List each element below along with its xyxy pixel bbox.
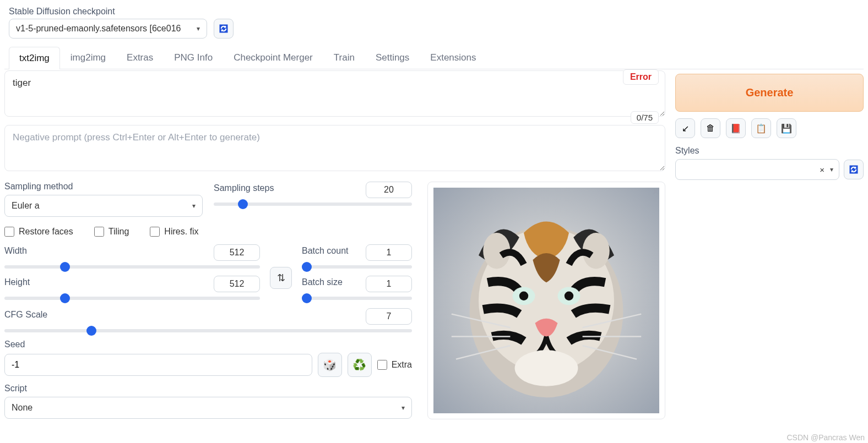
clear-icon[interactable]: ×	[820, 165, 824, 174]
dice-icon: 🎲	[323, 358, 337, 371]
batch-count-label: Batch count	[302, 246, 349, 256]
sampling-method-value: Euler a	[12, 201, 40, 211]
sampling-steps-value[interactable]: 20	[366, 182, 412, 198]
refresh-checkpoint-button[interactable]	[214, 19, 234, 39]
clipboard-icon: 📋	[756, 123, 767, 134]
chevron-down-icon: ▾	[830, 166, 833, 173]
swap-icon: ⇅	[277, 272, 285, 284]
height-label: Height	[4, 277, 30, 287]
reuse-seed-button[interactable]: ♻️	[348, 353, 372, 377]
tiling-check[interactable]: Tiling	[94, 227, 129, 237]
styles-select[interactable]: × ▾	[675, 159, 839, 180]
trash-icon: 🗑	[706, 123, 715, 133]
tab-txt2img[interactable]: txt2img	[9, 47, 60, 69]
svg-point-9	[565, 292, 573, 300]
sampling-steps-label: Sampling steps	[214, 183, 274, 193]
tab-settings[interactable]: Settings	[365, 46, 420, 69]
batch-size-slider[interactable]	[302, 297, 412, 300]
checkpoint-select[interactable]: v1-5-pruned-emaonly.safetensors [6ce016 …	[9, 19, 207, 39]
tab-bar: txt2img img2img Extras PNG Info Checkpoi…	[4, 46, 864, 69]
hires-fix-check[interactable]: Hires. fix	[150, 227, 198, 237]
generated-image[interactable]	[433, 188, 659, 413]
chevron-down-icon: ▾	[197, 25, 200, 32]
script-select[interactable]: None ▾	[4, 397, 412, 419]
batch-count-value[interactable]: 1	[366, 244, 412, 261]
clear-prompt-button[interactable]: 🗑	[701, 118, 720, 138]
tab-checkpoint-merger[interactable]: Checkpoint Merger	[223, 46, 323, 69]
seed-label: Seed	[4, 340, 412, 349]
chevron-down-icon: ▾	[402, 404, 405, 412]
negative-prompt-input[interactable]	[4, 125, 665, 171]
generate-button[interactable]: Generate	[675, 74, 864, 112]
checkpoint-label: Stable Diffusion checkpoint	[9, 7, 207, 17]
batch-size-label: Batch size	[302, 277, 343, 287]
refresh-styles-button[interactable]	[844, 160, 864, 179]
refresh-icon	[848, 164, 859, 175]
tab-extras[interactable]: Extras	[116, 46, 164, 69]
batch-count-slider[interactable]	[302, 265, 412, 269]
restore-faces-check[interactable]: Restore faces	[4, 227, 73, 237]
random-seed-button[interactable]: 🎲	[318, 353, 342, 377]
width-label: Width	[4, 246, 27, 256]
height-slider[interactable]	[4, 297, 260, 300]
seed-input[interactable]	[4, 354, 312, 376]
close-output-button[interactable]: ✕	[652, 187, 659, 197]
width-slider[interactable]	[4, 265, 260, 269]
recycle-icon: ♻️	[352, 358, 366, 371]
refresh-icon	[218, 23, 229, 34]
styles-label: Styles	[675, 146, 864, 156]
paste-button[interactable]: 📋	[751, 118, 771, 138]
chevron-down-icon: ▾	[192, 202, 196, 210]
send-to-button[interactable]: ↙	[675, 118, 695, 138]
tab-img2img[interactable]: img2img	[60, 46, 116, 69]
sampling-steps-slider[interactable]	[214, 203, 412, 206]
svg-point-10	[515, 350, 578, 386]
cfg-slider[interactable]	[4, 329, 412, 332]
cfg-value[interactable]: 7	[366, 308, 412, 325]
svg-point-8	[519, 292, 528, 300]
styles-apply-button[interactable]: 📕	[726, 118, 746, 138]
tab-extensions[interactable]: Extensions	[420, 46, 486, 69]
arrow-icon: ↙	[682, 123, 689, 134]
sampling-method-select[interactable]: Euler a ▾	[4, 195, 203, 217]
cfg-label: CFG Scale	[4, 310, 47, 320]
sampling-method-label: Sampling method	[4, 182, 203, 192]
tab-train[interactable]: Train	[323, 46, 365, 69]
script-value: None	[12, 403, 32, 413]
extra-seed-check[interactable]: Extra	[377, 360, 412, 370]
height-value[interactable]: 512	[214, 276, 260, 292]
checkpoint-value: v1-5-pruned-emaonly.safetensors [6ce016	[16, 24, 181, 34]
save-icon: 💾	[781, 123, 792, 134]
batch-size-value[interactable]: 1	[366, 276, 412, 292]
error-badge: Error	[623, 69, 659, 85]
book-icon: 📕	[730, 123, 741, 134]
width-value[interactable]: 512	[214, 244, 260, 261]
tab-pnginfo[interactable]: PNG Info	[164, 46, 223, 69]
output-panel: ✕	[427, 182, 665, 419]
swap-dimensions-button[interactable]: ⇅	[270, 267, 292, 289]
script-label: Script	[4, 384, 412, 393]
token-counter: 0/75	[631, 111, 659, 124]
prompt-input[interactable]	[4, 70, 665, 117]
save-style-button[interactable]: 💾	[777, 118, 796, 138]
